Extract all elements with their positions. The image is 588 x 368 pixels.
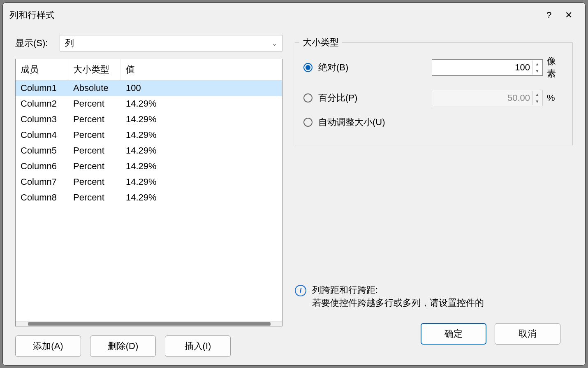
- percent-spin-buttons: ▲ ▼: [532, 91, 542, 105]
- percent-label[interactable]: 百分比(P): [318, 92, 426, 104]
- cell-member: Column7: [16, 177, 68, 187]
- cell-member: Column3: [16, 114, 68, 125]
- info-icon: i: [295, 285, 306, 296]
- col-header-member[interactable]: 成员: [16, 59, 68, 80]
- info-row: i 列跨距和行跨距: 若要使控件跨越多行或多列，请设置控件的: [295, 284, 573, 313]
- table-row[interactable]: Column1Absolute100: [16, 80, 282, 96]
- grid-header: 成员 大小类型 值: [16, 59, 282, 80]
- percent-spin-wrap: 50.00 ▲ ▼ %: [432, 90, 564, 106]
- cell-member: Column4: [16, 130, 68, 140]
- cell-value: 14.29%: [121, 130, 282, 140]
- table-row[interactable]: Column5Percent14.29%: [16, 143, 282, 158]
- col-header-type[interactable]: 大小类型: [68, 59, 121, 80]
- close-button[interactable]: ✕: [559, 7, 579, 23]
- insert-button[interactable]: 插入(I): [165, 335, 231, 357]
- col-header-value[interactable]: 值: [121, 59, 282, 80]
- table-row[interactable]: Column2Percent14.29%: [16, 96, 282, 112]
- cell-type: Percent: [68, 161, 121, 172]
- help-button[interactable]: ?: [539, 7, 559, 23]
- autosize-radio[interactable]: [303, 118, 313, 127]
- close-icon: ✕: [565, 10, 572, 21]
- absolute-label[interactable]: 绝对(B): [318, 61, 426, 74]
- cancel-button[interactable]: 取消: [495, 323, 560, 345]
- cell-member: Column8: [16, 192, 68, 203]
- percent-spin-down: ▼: [533, 98, 542, 105]
- percent-spin-up: ▲: [533, 91, 542, 98]
- show-label: 显示(S):: [15, 37, 52, 49]
- absolute-spin-wrap: 100 ▲ ▼ 像素: [432, 55, 564, 80]
- cell-type: Percent: [68, 130, 121, 140]
- table-row[interactable]: Column7Percent14.29%: [16, 174, 282, 190]
- absolute-input-value: 100: [515, 62, 530, 73]
- cell-type: Percent: [68, 98, 121, 109]
- absolute-radio[interactable]: [303, 63, 313, 72]
- dialog-title: 列和行样式: [9, 9, 539, 21]
- size-type-groupbox: 大小类型 绝对(B) 100 ▲ ▼ 像素: [295, 42, 573, 145]
- chevron-down-icon: ⌄: [272, 40, 277, 47]
- autosize-row: 自动调整大小(U): [303, 116, 564, 128]
- absolute-input[interactable]: 100 ▲ ▼: [432, 59, 543, 76]
- titlebar: 列和行样式 ? ✕: [3, 3, 585, 28]
- info-body: 若要使控件跨越多行或多列，请设置控件的: [312, 297, 484, 309]
- table-row[interactable]: Column4Percent14.29%: [16, 127, 282, 143]
- show-combobox[interactable]: 列 ⌄: [60, 35, 282, 51]
- add-button[interactable]: 添加(A): [15, 335, 81, 357]
- help-icon: ?: [546, 10, 551, 21]
- absolute-row: 绝对(B) 100 ▲ ▼ 像素: [303, 55, 564, 80]
- absolute-unit: 像素: [547, 55, 564, 80]
- members-grid[interactable]: 成员 大小类型 值 Column1Absolute100Column2Perce…: [15, 59, 282, 326]
- grid-horizontal-scrollbar[interactable]: [16, 321, 282, 326]
- cell-value: 14.29%: [121, 177, 282, 187]
- cell-value: 14.29%: [121, 161, 282, 172]
- cell-type: Percent: [68, 145, 121, 156]
- cell-value: 14.29%: [121, 192, 282, 203]
- cell-member: Column2: [16, 98, 68, 109]
- delete-button[interactable]: 删除(D): [90, 335, 156, 357]
- ok-button[interactable]: 确定: [421, 323, 486, 345]
- cell-value: 14.29%: [121, 114, 282, 125]
- table-row[interactable]: Column8Percent14.29%: [16, 190, 282, 205]
- dialog-footer: 确定 取消: [295, 313, 573, 357]
- table-row[interactable]: Column3Percent14.29%: [16, 112, 282, 127]
- cell-value: 14.29%: [121, 145, 282, 156]
- cell-member: Column1: [16, 83, 68, 93]
- autosize-label[interactable]: 自动调整大小(U): [318, 116, 564, 128]
- cell-member: Column5: [16, 145, 68, 156]
- percent-input-value: 50.00: [507, 93, 530, 103]
- cell-type: Percent: [68, 192, 121, 203]
- size-type-group-label: 大小类型: [299, 36, 342, 49]
- dialog-window: 列和行样式 ? ✕ 显示(S): 列 ⌄ 成员 大小类型 值 C: [2, 2, 586, 366]
- percent-row: 百分比(P) 50.00 ▲ ▼ %: [303, 90, 564, 106]
- right-column: 大小类型 绝对(B) 100 ▲ ▼ 像素: [295, 35, 573, 357]
- cell-type: Absolute: [68, 83, 121, 93]
- show-row: 显示(S): 列 ⌄: [15, 35, 282, 51]
- cell-member: Column6: [16, 161, 68, 172]
- absolute-spin-buttons: ▲ ▼: [532, 61, 542, 75]
- percent-input: 50.00 ▲ ▼: [432, 90, 543, 106]
- left-column: 显示(S): 列 ⌄ 成员 大小类型 值 Column1Absolute100C…: [15, 35, 282, 357]
- content-area: 显示(S): 列 ⌄ 成员 大小类型 值 Column1Absolute100C…: [3, 28, 585, 365]
- grid-body: Column1Absolute100Column2Percent14.29%Co…: [16, 80, 282, 321]
- info-text: 列跨距和行跨距: 若要使控件跨越多行或多列，请设置控件的: [312, 284, 484, 309]
- absolute-spin-up[interactable]: ▲: [533, 61, 542, 68]
- table-row[interactable]: Column6Percent14.29%: [16, 158, 282, 174]
- grid-button-row: 添加(A) 删除(D) 插入(I): [15, 335, 282, 357]
- absolute-spin-down[interactable]: ▼: [533, 68, 542, 75]
- cell-value: 14.29%: [121, 98, 282, 109]
- percent-unit: %: [547, 93, 564, 103]
- scrollbar-thumb[interactable]: [28, 322, 271, 326]
- cell-type: Percent: [68, 177, 121, 187]
- show-combobox-value: 列: [65, 37, 74, 49]
- cell-type: Percent: [68, 114, 121, 125]
- cell-value: 100: [121, 83, 282, 93]
- info-heading: 列跨距和行跨距:: [312, 284, 484, 297]
- percent-radio[interactable]: [303, 93, 313, 102]
